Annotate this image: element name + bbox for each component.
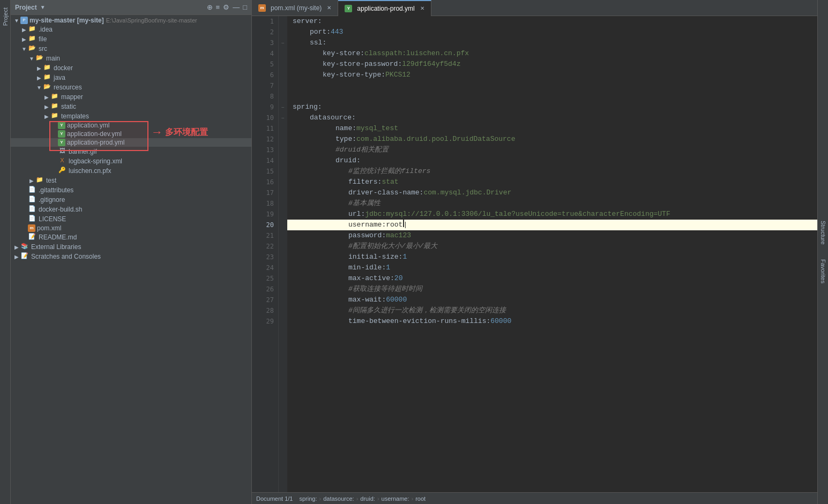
tree-label-scratches: Scratches and Consoles bbox=[31, 253, 101, 260]
expand-icon[interactable]: □ bbox=[243, 3, 247, 11]
line-num-28: 28 bbox=[266, 305, 274, 316]
tree-label-gitignore: .gitignore bbox=[39, 196, 65, 204]
list-icon[interactable]: ≡ bbox=[216, 3, 220, 11]
line-num-26: 26 bbox=[266, 284, 274, 295]
code-line-12: type: com.alibaba.druid.pool.DruidDataSo… bbox=[287, 134, 817, 145]
line-num-16: 16 bbox=[266, 177, 274, 187]
tree-label-test: test bbox=[46, 177, 56, 184]
gutter-3[interactable]: − bbox=[281, 37, 285, 48]
tab-pom-icon: m bbox=[258, 4, 266, 12]
folder-icon-resources: 📂 bbox=[43, 83, 51, 92]
tree-item-mapper[interactable]: ▶ 📁 mapper bbox=[11, 92, 251, 102]
tree-item-scratches[interactable]: ▶ 📝 Scratches and Consoles bbox=[11, 252, 251, 261]
tree-arrow-file: ▶ bbox=[20, 36, 28, 42]
tab-pom-close[interactable]: ✕ bbox=[327, 5, 331, 11]
project-dropdown-icon[interactable]: ▼ bbox=[40, 4, 46, 10]
tree-item-docker-build[interactable]: 📄 docker-build.sh bbox=[11, 205, 251, 214]
code-line-20: username: root| bbox=[287, 220, 817, 230]
line-num-27: 27 bbox=[266, 295, 274, 305]
code-editor: 1 2 3 4 5 6 7 8 9 10 11 12 13 14 15 16 1… bbox=[252, 16, 817, 492]
globe-icon[interactable]: ⊕ bbox=[207, 3, 213, 11]
code-line-22: #配置初始化大小/最小/最大 bbox=[287, 241, 817, 252]
code-line-5: key-store-password: l29df164yf5d4z bbox=[287, 59, 817, 70]
tree-item-logback[interactable]: X logback-spring.xml bbox=[11, 156, 251, 166]
breadcrumb-datasource[interactable]: datasource: bbox=[323, 495, 354, 502]
line-num-1: 1 bbox=[270, 16, 274, 27]
tree-item-templates[interactable]: ▶ 📁 templates bbox=[11, 111, 251, 121]
tree-arrow-scratches: ▶ bbox=[13, 254, 20, 260]
tree-item-resources[interactable]: ▼ 📂 resources bbox=[11, 82, 251, 92]
tree-label-banner: banner.gif bbox=[69, 148, 97, 155]
tree-item-static[interactable]: ▶ 📁 static bbox=[11, 102, 251, 111]
gear-icon[interactable]: ⚙ bbox=[223, 3, 229, 11]
code-line-14: druid: bbox=[287, 155, 817, 166]
tree-item-file[interactable]: ▶ 📁 file bbox=[11, 34, 251, 44]
tree-item-readme[interactable]: 📝 README.md bbox=[11, 232, 251, 242]
tree-item-pfx[interactable]: 🔑 luischen.cn.pfx bbox=[11, 166, 251, 176]
tree-item-app-yml[interactable]: Y application.yml bbox=[11, 121, 251, 130]
tree-arrow-docker: ▶ bbox=[35, 65, 43, 71]
tree-label-license: LICENSE bbox=[39, 215, 66, 223]
tree-item-java[interactable]: ▶ 📁 java bbox=[11, 73, 251, 82]
tree-item-test[interactable]: ▶ 📁 test bbox=[11, 176, 251, 185]
folder-icon-static: 📁 bbox=[50, 102, 59, 111]
tree-item-app-prod-yml[interactable]: Y application-prod.yml bbox=[11, 138, 251, 147]
line-num-9: 9 bbox=[270, 102, 274, 112]
minimize-icon[interactable]: — bbox=[233, 3, 240, 11]
tab-pom[interactable]: m pom.xml (my-site) ✕ bbox=[252, 0, 338, 16]
tree-item-src[interactable]: ▼ 📂 src bbox=[11, 44, 251, 54]
code-line-21: password: mac123 bbox=[287, 230, 817, 241]
md-icon-readme: 📝 bbox=[28, 233, 36, 242]
tree-root[interactable]: ▼ P my-site-master [my-site] E:\Java\Spr… bbox=[11, 16, 251, 25]
tree-item-license[interactable]: 📄 LICENSE bbox=[11, 214, 251, 224]
project-header-icons: ⊕ ≡ ⚙ — □ bbox=[207, 3, 247, 11]
tree-item-main[interactable]: ▼ 📂 main bbox=[11, 54, 251, 63]
breadcrumb-root[interactable]: root bbox=[415, 495, 426, 502]
project-panel: Project ▼ ⊕ ≡ ⚙ — □ ▼ P my-site-master [… bbox=[11, 0, 252, 504]
file-icon-gitattributes: 📄 bbox=[28, 186, 36, 194]
tree-arrow-idea: ▶ bbox=[20, 27, 28, 33]
code-line-18: #基本属性 bbox=[287, 198, 817, 209]
folder-icon-mapper: 📁 bbox=[50, 93, 59, 101]
left-sidebar-labels: Project bbox=[0, 0, 11, 504]
code-content[interactable]: server: port: 443 ssl: key-store: classp… bbox=[287, 16, 817, 492]
code-line-8 bbox=[287, 91, 817, 102]
breadcrumb-spring[interactable]: spring: bbox=[299, 495, 317, 502]
pom-icon: m bbox=[28, 224, 35, 232]
gutter: − − − bbox=[279, 16, 287, 492]
tree-item-app-dev-yml[interactable]: Y application-dev.yml bbox=[11, 130, 251, 138]
project-header-title: Project bbox=[15, 4, 37, 11]
tree-arrow-external-libs: ▶ bbox=[13, 244, 20, 250]
tab-prod-close[interactable]: ✕ bbox=[420, 5, 424, 11]
status-doc-info: Document 1/1 bbox=[256, 495, 293, 502]
code-line-24: min-idle: 1 bbox=[287, 262, 817, 273]
right-sidebar-labels: Structure Favorites bbox=[817, 0, 828, 504]
gutter-9[interactable]: − bbox=[281, 102, 285, 112]
tree-item-pom[interactable]: m pom.xml bbox=[11, 224, 251, 232]
line-num-24: 24 bbox=[266, 262, 274, 273]
tree-item-docker[interactable]: ▶ 📁 docker bbox=[11, 63, 251, 73]
line-num-18: 18 bbox=[266, 198, 274, 209]
tree-item-gitattributes[interactable]: 📄 .gitattributes bbox=[11, 185, 251, 195]
line-num-2: 2 bbox=[270, 27, 274, 37]
tree-item-idea[interactable]: ▶ 📁 .idea bbox=[11, 25, 251, 34]
project-panel-label[interactable]: Project bbox=[1, 5, 10, 28]
gutter-10[interactable]: − bbox=[281, 112, 285, 123]
tree-item-external-libs[interactable]: ▶ 📚 External Libraries bbox=[11, 242, 251, 252]
tree-item-gitignore[interactable]: 📄 .gitignore bbox=[11, 195, 251, 205]
tree-label-app-dev-yml: application-dev.yml bbox=[67, 130, 122, 138]
tree-label-gitattributes: .gitattributes bbox=[39, 186, 73, 194]
structure-panel-label[interactable]: Structure bbox=[819, 219, 827, 247]
line-num-14: 14 bbox=[266, 155, 274, 166]
tree-label-pfx: luischen.cn.pfx bbox=[69, 167, 111, 175]
tree-label-file: file bbox=[39, 35, 47, 43]
tab-prod[interactable]: Y application-prod.yml ✕ bbox=[338, 0, 431, 16]
breadcrumb-username[interactable]: username: bbox=[382, 495, 409, 502]
code-line-7 bbox=[287, 80, 817, 91]
breadcrumb-druid[interactable]: druid: bbox=[360, 495, 375, 502]
tree-item-banner[interactable]: 🖼 banner.gif bbox=[11, 147, 251, 156]
folder-icon-templates: 📁 bbox=[50, 112, 59, 121]
tree-label-src: src bbox=[39, 45, 47, 52]
project-tree: ▼ P my-site-master [my-site] E:\Java\Spr… bbox=[11, 15, 251, 504]
favorites-panel-label[interactable]: Favorites bbox=[819, 257, 827, 285]
